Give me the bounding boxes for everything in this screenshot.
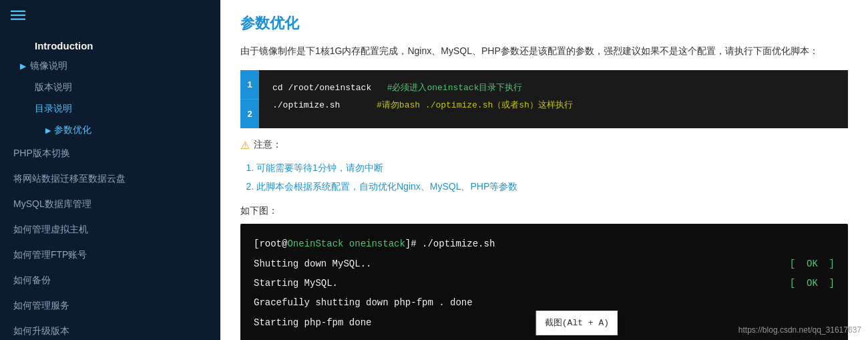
- terminal-line-1: [root@OneinStack oneinstack]# ./optimize…: [254, 234, 835, 254]
- sidebar-item-migrate-data[interactable]: 将网站数据迁移至数据云盘: [0, 166, 220, 192]
- terminal-block[interactable]: [root@OneinStack oneinstack]# ./optimize…: [240, 224, 848, 340]
- sidebar-item-mysql-mgmt[interactable]: MySQL数据库管理: [0, 192, 220, 217]
- arrow-icon: ▶: [20, 61, 26, 71]
- warning-icon: ⚠: [240, 139, 250, 152]
- code-line-2: ./optimize.sh #请勿bash ./optimize.sh（或者sh…: [272, 97, 835, 114]
- watermark: https://blog.csdn.net/qq_31617637: [738, 325, 861, 335]
- sidebar-item-dir-desc[interactable]: 目录说明: [0, 98, 220, 120]
- intro-paragraph: 由于镜像制作是下1核1G内存配置完成，Nginx、MySQL、PHP参数还是该配…: [240, 43, 848, 59]
- sidebar-item-mirror-desc[interactable]: ▶ 镜像说明: [0, 55, 220, 77]
- sidebar-item-version-desc[interactable]: 版本说明: [0, 77, 220, 98]
- svg-rect-2: [11, 19, 25, 20]
- steps-numbers: 1 2: [240, 70, 259, 128]
- screenshot-tooltip: 截图(Alt + A): [536, 311, 618, 335]
- sidebar-item-vhost-mgmt[interactable]: 如何管理虚拟主机: [0, 217, 220, 242]
- caption-text: 如下图：: [240, 205, 848, 217]
- code-steps-wrapper: 1 2 cd /root/oneinstack #必须进入oneinstack目…: [240, 70, 848, 128]
- sidebar-item-backup[interactable]: 如何备份: [0, 268, 220, 293]
- sidebar-menu-icon[interactable]: [0, 0, 220, 33]
- warning-box: ⚠ 注意：: [240, 139, 848, 152]
- svg-rect-1: [11, 15, 25, 16]
- note-item-2: 此脚本会根据系统配置，自动优化Nginx、MySQL、PHP等参数: [256, 177, 848, 196]
- code-line-1: cd /root/oneinstack #必须进入oneinstack目录下执行: [272, 79, 835, 97]
- page-title: 参数优化: [240, 13, 848, 33]
- code-block[interactable]: cd /root/oneinstack #必须进入oneinstack目录下执行…: [259, 70, 848, 128]
- note-item-1: 可能需要等待1分钟，请勿中断: [256, 158, 848, 177]
- sidebar: Introduction ▶ 镜像说明 版本说明 目录说明 ▶ 参数优化 PHP…: [0, 0, 220, 340]
- sidebar-item-param-opt[interactable]: ▶ 参数优化: [0, 120, 220, 141]
- terminal-line-2: Shutting down MySQL.. [ OK ]: [254, 254, 835, 274]
- svg-rect-0: [11, 11, 25, 12]
- sidebar-item-ftp-mgmt[interactable]: 如何管理FTP账号: [0, 242, 220, 268]
- sidebar-item-php-switch[interactable]: PHP版本切换: [0, 141, 220, 166]
- notes-list: 可能需要等待1分钟，请勿中断 此脚本会根据系统配置，自动优化Nginx、MySQ…: [256, 158, 848, 196]
- sidebar-item-upgrade[interactable]: 如何升级版本: [0, 319, 220, 340]
- step-2: 2: [240, 100, 259, 128]
- warning-label: 注意：: [254, 139, 282, 151]
- arrow-icon-2: ▶: [45, 126, 51, 135]
- terminal-line-3: Starting MySQL. [ OK ]: [254, 274, 835, 293]
- step-1: 1: [240, 70, 259, 100]
- sidebar-item-service-mgmt[interactable]: 如何管理服务: [0, 293, 220, 319]
- main-content: 参数优化 由于镜像制作是下1核1G内存配置完成，Nginx、MySQL、PHP参…: [220, 0, 868, 340]
- sidebar-section-introduction[interactable]: Introduction: [0, 33, 220, 55]
